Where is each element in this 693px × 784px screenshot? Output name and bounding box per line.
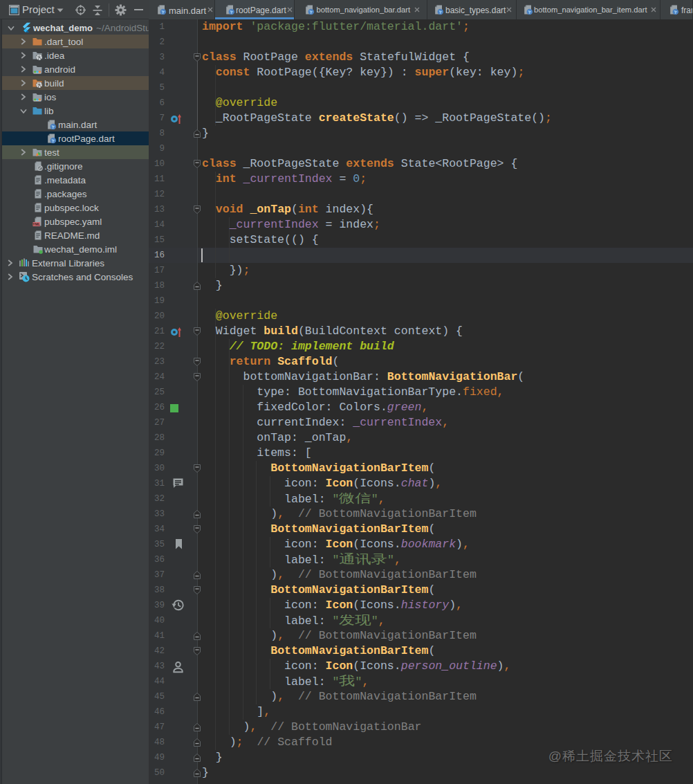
svg-text:YML: YML [33,222,41,226]
